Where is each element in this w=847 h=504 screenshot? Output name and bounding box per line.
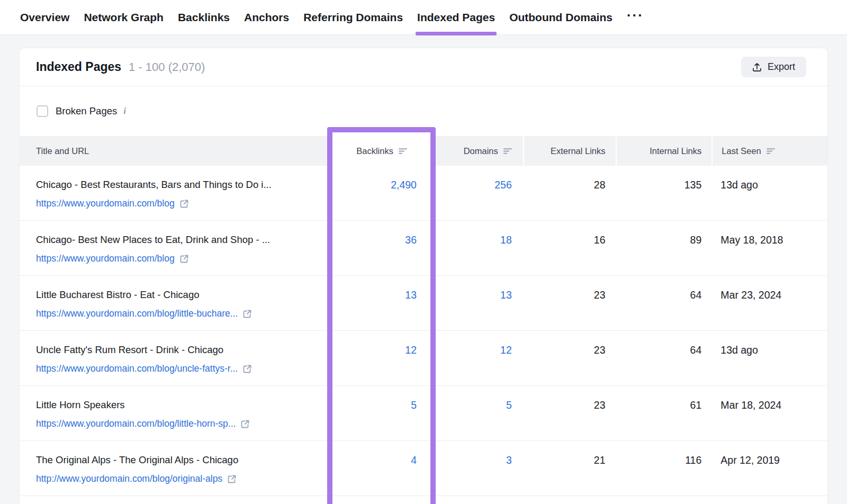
domains-value[interactable]: 13 [432, 276, 523, 330]
page-row-title: Little Horn Speakers [36, 399, 321, 411]
export-icon [752, 62, 762, 72]
last-seen-value: Mar 18, 2024 [711, 386, 827, 440]
last-seen-value: May 18, 2018 [711, 221, 827, 275]
external-link-icon[interactable] [227, 474, 237, 484]
backlinks-value[interactable]: 13 [331, 276, 432, 330]
column-label: Internal Links [650, 146, 701, 156]
external-links-value: 23 [523, 276, 616, 330]
sort-icon [767, 148, 775, 155]
external-link-icon[interactable] [242, 364, 252, 374]
column-header-last-seen[interactable]: Last Seen [711, 136, 827, 166]
backlinks-value[interactable]: 12 [331, 331, 432, 385]
sort-icon [503, 148, 512, 155]
result-range: 1 - 100 (2,070) [129, 60, 205, 74]
page-url-link[interactable]: https://www.yourdomain.com/blog/uncle-fa… [36, 363, 238, 374]
external-links-value: 16 [523, 221, 616, 275]
nav-tab-referring-domains[interactable]: Referring Domains [303, 0, 403, 35]
nav-tab-backlinks[interactable]: Backlinks [178, 0, 230, 35]
indexed-pages-table-body: Chicago - Best Restaurants, Bars and Thi… [20, 166, 827, 496]
table-row: Chicago- Best New Places to Eat, Drink a… [20, 221, 827, 276]
url-line: http://www.yourdomain.com/blog/original-… [36, 473, 321, 484]
title-and-url-cell: Chicago - Best Restaurants, Bars and Thi… [20, 166, 331, 220]
column-label: Backlinks [356, 146, 393, 156]
url-line: https://www.yourdomain.com/blog [36, 198, 321, 209]
url-line: https://www.yourdomain.com/blog/uncle-fa… [36, 363, 321, 374]
page-url-link[interactable]: https://www.yourdomain.com/blog [36, 253, 175, 264]
top-nav: OverviewNetwork GraphBacklinksAnchorsRef… [0, 0, 847, 35]
page-row-title: Chicago- Best New Places to Eat, Drink a… [36, 233, 321, 246]
table-row: Little Horn Speakers https://www.yourdom… [20, 386, 827, 441]
internal-links-value: 64 [616, 331, 712, 385]
column-label: Last Seen [722, 146, 761, 156]
page-title: Indexed Pages [36, 60, 121, 74]
column-label: Title and URL [36, 146, 89, 156]
backlinks-value[interactable]: 4 [331, 441, 432, 496]
page-row-title: The Original Alps - The Original Alps - … [36, 454, 321, 466]
domains-value[interactable]: 18 [432, 221, 523, 275]
last-seen-value: Apr 12, 2019 [711, 441, 827, 496]
page-url-link[interactable]: https://www.yourdomain.com/blog/little-b… [36, 308, 238, 319]
internal-links-value: 135 [616, 166, 712, 220]
column-header-external-links: External Links [523, 136, 616, 166]
backlinks-value[interactable]: 2,490 [331, 166, 432, 220]
url-line: https://www.yourdomain.com/blog/little-h… [36, 418, 321, 429]
url-line: https://www.yourdomain.com/blog/little-b… [36, 308, 321, 319]
last-seen-value: 13d ago [711, 331, 827, 385]
sort-icon [399, 148, 407, 155]
backlinks-value[interactable]: 36 [331, 221, 432, 275]
indexed-pages-card: Indexed Pages 1 - 100 (2,070) Export Bro… [19, 48, 828, 504]
export-button-label: Export [768, 61, 795, 73]
table-row: Chicago - Best Restaurants, Bars and Thi… [20, 166, 827, 221]
internal-links-value: 61 [616, 386, 712, 440]
column-label: External Links [551, 146, 606, 156]
nav-tab-indexed-pages[interactable]: Indexed Pages [417, 0, 495, 35]
external-links-value: 23 [523, 386, 616, 440]
page-url-link[interactable]: https://www.yourdomain.com/blog [36, 198, 175, 209]
info-icon[interactable]: i [123, 106, 126, 116]
table-row: Little Bucharest Bistro - Eat - Chicago … [20, 276, 827, 331]
table-row: Uncle Fatty's Rum Resort - Drink - Chica… [20, 331, 827, 386]
nav-tab-overview[interactable]: Overview [20, 0, 69, 35]
url-line: https://www.yourdomain.com/blog [36, 253, 321, 264]
column-header-internal-links: Internal Links [616, 136, 712, 166]
title-and-url-cell: Chicago- Best New Places to Eat, Drink a… [20, 221, 331, 275]
filter-row: Broken Pages i [20, 86, 827, 136]
title-and-url-cell: Little Bucharest Bistro - Eat - Chicago … [20, 276, 331, 330]
export-button[interactable]: Export [741, 57, 806, 77]
broken-pages-checkbox[interactable] [37, 105, 48, 117]
nav-tab-anchors[interactable]: Anchors [244, 0, 289, 35]
external-link-icon[interactable] [240, 419, 250, 429]
title-and-url-cell: Little Horn Speakers https://www.yourdom… [20, 386, 331, 440]
external-links-value: 23 [523, 331, 616, 385]
domains-value[interactable]: 5 [432, 386, 523, 440]
external-link-icon[interactable] [179, 199, 189, 209]
last-seen-value: Mar 23, 2024 [711, 276, 827, 330]
last-seen-value: 13d ago [711, 166, 827, 220]
internal-links-value: 64 [616, 276, 712, 330]
column-header-title-and-url: Title and URL [20, 136, 331, 166]
external-link-icon[interactable] [242, 309, 252, 319]
external-links-value: 28 [523, 166, 616, 220]
table-header: Title and URL Backlinks Domains External… [20, 136, 827, 166]
column-label: Domains [464, 146, 498, 156]
top-nav-items: OverviewNetwork GraphBacklinksAnchorsRef… [20, 0, 612, 34]
domains-value[interactable]: 12 [432, 331, 523, 385]
backlinks-value[interactable]: 5 [331, 386, 432, 440]
table-row: The Original Alps - The Original Alps - … [20, 441, 827, 496]
page-url-link[interactable]: http://www.yourdomain.com/blog/original-… [36, 473, 222, 484]
domains-value[interactable]: 3 [432, 441, 523, 496]
internal-links-value: 89 [616, 221, 712, 275]
page-url-link[interactable]: https://www.yourdomain.com/blog/little-h… [36, 418, 236, 429]
column-header-backlinks[interactable]: Backlinks [331, 136, 432, 166]
external-link-icon[interactable] [179, 254, 189, 264]
title-and-url-cell: The Original Alps - The Original Alps - … [20, 441, 331, 496]
card-header: Indexed Pages 1 - 100 (2,070) Export [20, 48, 827, 86]
nav-tab-outbound-domains[interactable]: Outbound Domains [509, 0, 612, 35]
external-links-value: 21 [523, 441, 616, 496]
more-tabs-button[interactable]: ··· [627, 7, 644, 27]
page-row-title: Uncle Fatty's Rum Resort - Drink - Chica… [36, 344, 321, 356]
nav-tab-network-graph[interactable]: Network Graph [84, 0, 164, 35]
domains-value[interactable]: 256 [432, 166, 523, 220]
column-header-domains[interactable]: Domains [432, 136, 523, 166]
active-tab-underline [416, 32, 497, 35]
